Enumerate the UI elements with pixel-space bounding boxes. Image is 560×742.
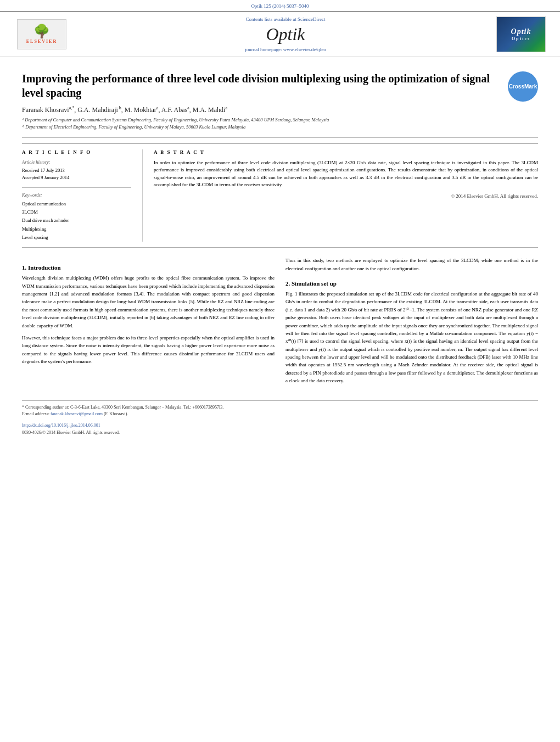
section1-title: 1. Introduction [22,264,275,271]
article-dates: Received 17 July 2013 Accepted 9 January… [22,167,131,182]
doi-link: http://dx.doi.org/10.1016/j.ijleo.2014.0… [22,423,100,428]
section1-num: 1. [22,264,26,271]
journal-title-area: Contents lists available at ScienceDirec… [75,16,496,52]
section2-body: Fig. 1 illustrates the proposed simulati… [285,290,538,385]
keyword-4: Multiplexing [22,225,131,233]
keyword-1: Optical communication [22,200,131,208]
abstract-panel: A B S T R A C T In order to optimize the… [143,149,538,242]
optics-label: Optics [512,36,530,41]
section2-title: 2. Simulation set up [285,280,538,287]
footnote-area: * Corresponding author at: C-3-6-East La… [22,400,538,437]
abstract-header: A B S T R A C T [154,149,538,155]
section1-right-para1: Thus in this study, two methods are empl… [285,256,538,272]
contents-label: Contents lists available at [246,16,296,22]
authors-text: Faranak Khosravia,*, G.A. Mahdiraji b, M… [22,106,227,114]
elsevier-tree-icon: 🌳 [33,25,50,38]
journal-name: Optik [86,24,485,44]
body-content: 1. Introduction Wavelength division mult… [22,256,538,389]
doi-area: http://dx.doi.org/10.1016/j.ijleo.2014.0… [22,422,538,429]
article-info-panel: A R T I C L E I N F O Article history: R… [22,149,143,242]
citation-text: Optik 125 (2014) 5037–5040 [251,3,309,9]
elsevier-logo-box: 🌳 ELSEVIER [17,19,66,49]
section-divider [22,137,538,138]
authors-line: Faranak Khosravia,*, G.A. Mahdiraji b, M… [22,105,538,114]
article-info-header: A R T I C L E I N F O [22,149,131,155]
section1-heading: Introduction [28,264,61,271]
homepage-url: www.elsevier.de/ijleo [283,47,326,52]
journal-header: 🌳 ELSEVIER Contents lists available at S… [0,11,560,57]
article-title-area: Improving the performance of three level… [22,71,538,100]
affiliations: ᵃ Department of Computer and Communicati… [22,116,538,131]
section2-heading: Simulation set up [292,280,337,287]
email-person: (F. Khosravi). [104,411,128,416]
optik-logo-area: Optik Optics [496,16,551,52]
section2-para1: Fig. 1 illustrates the proposed simulati… [285,290,538,385]
citation-bar: Optik 125 (2014) 5037–5040 [0,0,560,11]
footnote-corresponding: * Corresponding author at: C-3-6-East La… [22,404,538,411]
optik-logo-box: Optik Optics [496,16,546,52]
keyword-2: 3LCDM [22,208,131,216]
keyword-5: Level spacing [22,233,131,242]
right-column: Thus in this study, two methods are empl… [285,256,538,389]
accepted-date: Accepted 9 January 2014 [22,174,131,182]
received-date: Received 17 July 2013 [22,167,131,175]
abstract-text: In order to optimize the performance of … [154,159,538,189]
sciencedirect-link: Contents lists available at ScienceDirec… [86,16,485,22]
email-label: E-mail address: [22,411,49,416]
section1-body: Wavelength division multiplexing (WDM) o… [22,274,275,365]
info-abstract-section: A R T I C L E I N F O Article history: R… [22,143,538,248]
sciencedirect-name: ScienceDirect [298,16,325,22]
left-column: 1. Introduction Wavelength division mult… [22,256,275,389]
section1-para2: However, this technique faces a major pr… [22,334,275,366]
homepage-label: journal homepage: [245,47,282,52]
copyright-line: © 2014 Elsevier GmbH. All rights reserve… [154,193,538,199]
journal-homepage: journal homepage: www.elsevier.de/ijleo [86,47,485,52]
info-divider [22,187,131,188]
section2-num: 2. [285,280,290,287]
email-address: faranak.khosravi@gmail.com [51,411,103,416]
elsevier-logo-area: 🌳 ELSEVIER [9,19,75,49]
main-content: Improving the performance of three level… [0,57,560,448]
affil1: ᵃ Department of Computer and Communicati… [22,116,538,124]
section1-right-text: Thus in this study, two methods are empl… [285,256,538,272]
keyword-3: Dual drive mach zehnder [22,216,131,225]
keywords-list: Optical communication 3LCDM Dual drive m… [22,200,131,242]
crossmark-badge: CrossMark [508,71,538,102]
keywords-label: Keywords: [22,192,131,198]
crossmark-icon: CrossMark [509,83,537,90]
optik-label: Optik [511,27,531,36]
article-title: Improving the performance of three level… [22,72,490,99]
footnote-email: E-mail address: faranak.khosravi@gmail.c… [22,411,538,418]
elsevier-label: ELSEVIER [26,39,57,44]
footnote-corresponding-text: * Corresponding author at: C-3-6-East La… [22,405,223,410]
elsevier-logo: 🌳 ELSEVIER [9,19,75,49]
issn-line: 0030-4026/© 2014 Elsevier GmbH. All righ… [22,429,538,437]
affil2: ᵇ Department of Electrical Engineering, … [22,124,538,131]
section1-para1: Wavelength division multiplexing (WDM) o… [22,274,275,330]
history-label: Article history: [22,159,131,165]
